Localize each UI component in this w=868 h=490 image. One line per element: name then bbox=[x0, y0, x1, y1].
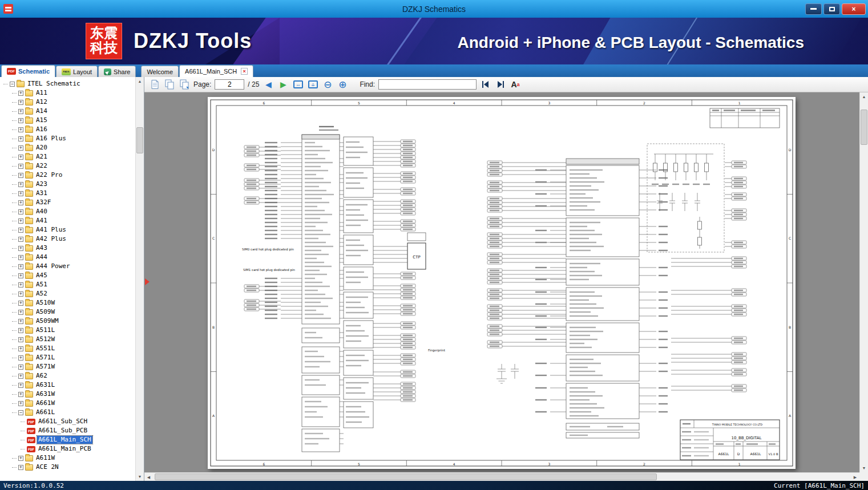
tree-item-a31[interactable]: +A31 bbox=[1, 189, 135, 198]
expand-icon[interactable]: + bbox=[18, 255, 23, 260]
expand-icon[interactable]: + bbox=[18, 383, 23, 388]
content-horizontal-scrollbar[interactable]: ◀ ▶ bbox=[144, 472, 859, 481]
expand-icon[interactable]: + bbox=[18, 401, 23, 406]
expand-icon[interactable]: + bbox=[18, 282, 23, 287]
expand-icon[interactable]: + bbox=[18, 127, 23, 132]
expand-icon[interactable]: + bbox=[18, 374, 23, 379]
expand-icon[interactable]: + bbox=[18, 319, 23, 324]
find-next-button[interactable] bbox=[495, 78, 506, 91]
scroll-down-icon[interactable]: ▼ bbox=[860, 464, 868, 472]
zoom-in-button[interactable]: ⊕ bbox=[337, 78, 348, 91]
tree-item-a43[interactable]: +A43 bbox=[1, 244, 135, 253]
tree-item-a661l[interactable]: −A661L bbox=[1, 408, 135, 417]
expand-icon[interactable]: + bbox=[18, 337, 23, 342]
schematic-page[interactable]: SIM0 card hot plug dedicated pinSIM1 car… bbox=[208, 97, 796, 469]
tree-item-a62[interactable]: +A62 bbox=[1, 371, 135, 380]
expand-icon[interactable]: + bbox=[18, 456, 23, 461]
tree-item-a510w[interactable]: +A510W bbox=[1, 298, 135, 307]
tab-share[interactable]: Share bbox=[98, 66, 136, 77]
tree-item-a661l-sub-sch[interactable]: PDFA661L_Sub_SCH bbox=[1, 417, 135, 426]
tree-item-a41[interactable]: +A41 bbox=[1, 216, 135, 225]
page-number-input[interactable] bbox=[215, 79, 244, 90]
tab-layout[interactable]: PADS Layout bbox=[56, 66, 98, 77]
sidebar-scrollbar[interactable]: ▲ ▼ bbox=[135, 77, 144, 481]
expand-icon[interactable]: + bbox=[18, 118, 23, 123]
expand-icon[interactable]: + bbox=[18, 291, 23, 297]
scroll-left-icon[interactable]: ◀ bbox=[144, 473, 153, 481]
expand-icon[interactable]: + bbox=[18, 365, 23, 370]
tree-item-ace-2n[interactable]: +ACE 2N bbox=[1, 463, 135, 472]
content-vertical-scrollbar[interactable]: ▲ ▼ bbox=[859, 92, 868, 472]
tree-item-a52[interactable]: +A52 bbox=[1, 289, 135, 298]
expand-icon[interactable]: + bbox=[18, 264, 23, 269]
tab-a661l-main-sch[interactable]: A661L_Main_SCH × bbox=[179, 65, 253, 77]
maximize-button[interactable] bbox=[823, 3, 840, 15]
text-size-button[interactable]: Aa bbox=[510, 78, 521, 91]
expand-icon[interactable]: + bbox=[18, 218, 23, 224]
scrollbar-thumb[interactable] bbox=[155, 473, 657, 480]
scroll-right-icon[interactable]: ▶ bbox=[851, 473, 859, 481]
scroll-down-icon[interactable]: ▼ bbox=[136, 472, 144, 481]
tree-item-a571w[interactable]: +A571W bbox=[1, 362, 135, 371]
expand-icon[interactable]: + bbox=[18, 392, 23, 397]
expand-icon[interactable]: + bbox=[18, 155, 23, 160]
tree-item-a509w[interactable]: +A509W bbox=[1, 307, 135, 317]
expand-icon[interactable]: + bbox=[18, 191, 23, 196]
expand-icon[interactable]: + bbox=[18, 182, 23, 187]
tree-item-a571l[interactable]: +A571L bbox=[1, 353, 135, 362]
find-input[interactable] bbox=[378, 79, 477, 90]
expand-icon[interactable]: + bbox=[18, 136, 23, 141]
expand-icon[interactable]: + bbox=[18, 173, 23, 178]
zoom-out-button[interactable]: ⊖ bbox=[322, 78, 333, 91]
tree-item-a51[interactable]: +A51 bbox=[1, 280, 135, 289]
tree-item-a45[interactable]: +A45 bbox=[1, 271, 135, 280]
minimize-button[interactable] bbox=[805, 3, 822, 15]
expand-icon[interactable]: + bbox=[18, 273, 23, 278]
copy-page-icon[interactable] bbox=[164, 78, 175, 91]
tree-item-a631l[interactable]: +A631L bbox=[1, 380, 135, 390]
tree-item-a661w[interactable]: +A661W bbox=[1, 399, 135, 408]
scroll-up-icon[interactable]: ▲ bbox=[136, 77, 144, 86]
tree-item-a14[interactable]: +A14 bbox=[1, 107, 135, 116]
tree-item-a551l[interactable]: +A551L bbox=[1, 344, 135, 353]
expand-icon[interactable]: + bbox=[18, 310, 23, 315]
scroll-up-icon[interactable]: ▲ bbox=[860, 92, 868, 101]
tree-item-a44-power[interactable]: +A44 Power bbox=[1, 262, 135, 271]
expand-icon[interactable]: + bbox=[18, 109, 23, 114]
scrollbar-thumb[interactable] bbox=[861, 110, 867, 145]
titlebar[interactable]: DZKJ Schematics × bbox=[0, 0, 868, 18]
expand-icon[interactable]: + bbox=[18, 91, 23, 96]
expand-icon[interactable]: + bbox=[18, 145, 23, 151]
expand-icon[interactable]: + bbox=[18, 237, 23, 242]
next-page-button[interactable]: ▶ bbox=[277, 78, 289, 91]
tree-item-a16-plus[interactable]: +A16 Plus bbox=[1, 134, 135, 143]
close-tab-icon[interactable]: × bbox=[241, 68, 248, 75]
expand-icon[interactable]: + bbox=[18, 328, 23, 333]
previous-page-button[interactable]: ◀ bbox=[263, 78, 274, 91]
tree-item-a12[interactable]: +A12 bbox=[1, 98, 135, 107]
tree-item-a661l-main-pcb[interactable]: PDFA661L_Main_PCB bbox=[1, 444, 135, 453]
expand-icon[interactable]: + bbox=[18, 228, 23, 233]
tree-item-a20[interactable]: +A20 bbox=[1, 143, 135, 152]
tree-item-a23[interactable]: +A23 bbox=[1, 180, 135, 189]
splitter-collapse-arrow[interactable] bbox=[145, 278, 150, 285]
collapse-icon[interactable]: − bbox=[10, 82, 15, 87]
tree-item-a41-plus[interactable]: +A41 Plus bbox=[1, 225, 135, 234]
tree-item-a511l[interactable]: +A511L bbox=[1, 326, 135, 335]
tab-welcome[interactable]: Welcome bbox=[141, 66, 179, 77]
tree-item-a512w[interactable]: +A512W bbox=[1, 335, 135, 344]
expand-icon[interactable]: + bbox=[18, 465, 23, 470]
close-button[interactable]: × bbox=[842, 3, 866, 15]
expand-icon[interactable]: + bbox=[18, 346, 23, 351]
tree-item-a631w[interactable]: +A631W bbox=[1, 390, 135, 399]
tree-item-a21[interactable]: +A21 bbox=[1, 152, 135, 161]
expand-icon[interactable]: + bbox=[18, 164, 23, 169]
tree-item-a44[interactable]: +A44 bbox=[1, 253, 135, 262]
tree-item-a11[interactable]: +A11 bbox=[1, 88, 135, 98]
expand-icon[interactable]: + bbox=[18, 355, 23, 361]
tree-item-a661l-main-sch[interactable]: PDFA661L_Main_SCH bbox=[1, 435, 135, 444]
find-previous-button[interactable] bbox=[480, 78, 491, 91]
tree-item-a509wm[interactable]: +A509WM bbox=[1, 317, 135, 326]
fit-page-button[interactable]: ↔↕ bbox=[307, 78, 318, 91]
expand-icon[interactable]: + bbox=[18, 246, 23, 251]
